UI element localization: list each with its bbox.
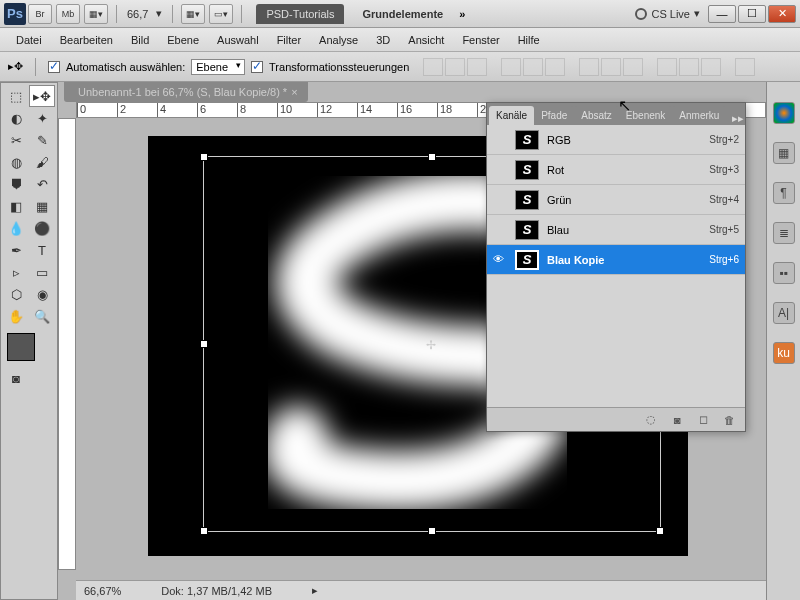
- ruler-vertical[interactable]: [58, 118, 76, 570]
- shape-tool[interactable]: ▭: [29, 261, 55, 283]
- type-tool[interactable]: T: [29, 239, 55, 261]
- heal-tool[interactable]: ◍: [3, 151, 29, 173]
- save-selection-icon[interactable]: ◙: [669, 412, 685, 428]
- color-swatch[interactable]: [7, 333, 35, 361]
- toolbox: ⬚▸✥ ◐✦ ✂✎ ◍🖌 ⛊↶ ◧▦ 💧⚫ ✒T ▹▭ ⬡◉ ✋🔍 ◙: [0, 82, 58, 600]
- menu-datei[interactable]: Datei: [8, 31, 50, 49]
- handle-bl[interactable]: [200, 527, 208, 535]
- layers-dock-icon[interactable]: ≣: [773, 222, 795, 244]
- menu-auswahl[interactable]: Auswahl: [209, 31, 267, 49]
- options-bar: ▸✥ Automatisch auswählen: Ebene Transfor…: [0, 52, 800, 82]
- eye-icon[interactable]: [493, 253, 507, 267]
- status-zoom[interactable]: 66,67%: [84, 585, 121, 597]
- bridge-button[interactable]: Br: [28, 4, 52, 24]
- menu-fenster[interactable]: Fenster: [454, 31, 507, 49]
- delete-channel-icon[interactable]: 🗑: [721, 412, 737, 428]
- eye-icon[interactable]: [493, 223, 507, 237]
- zoom-level[interactable]: 66,7: [127, 8, 148, 20]
- eraser-tool[interactable]: ◧: [3, 195, 29, 217]
- arrange-button[interactable]: ▦▾: [181, 4, 205, 24]
- tab-absatz[interactable]: Absatz: [574, 106, 619, 125]
- panel-expand-icon[interactable]: ▸▸: [726, 112, 745, 125]
- maximize-button[interactable]: ☐: [738, 5, 766, 23]
- channel-gruen[interactable]: SGrünStrg+4: [487, 185, 745, 215]
- load-selection-icon[interactable]: ◌: [643, 412, 659, 428]
- brush-tool[interactable]: 🖌: [29, 151, 55, 173]
- status-doc[interactable]: Dok: 1,37 MB/1,42 MB: [161, 585, 272, 597]
- channel-rot[interactable]: SRotStrg+3: [487, 155, 745, 185]
- wand-tool[interactable]: ✦: [29, 107, 55, 129]
- adjustments-dock-icon[interactable]: ▪▪: [773, 262, 795, 284]
- blur-tool[interactable]: 💧: [3, 217, 29, 239]
- handle-tm[interactable]: [428, 153, 436, 161]
- menubar: Datei Bearbeiten Bild Ebene Auswahl Filt…: [0, 28, 800, 52]
- character-dock-icon[interactable]: A|: [773, 302, 795, 324]
- marquee-tool[interactable]: ⬚: [3, 85, 29, 107]
- eyedropper-tool[interactable]: ✎: [29, 129, 55, 151]
- panel-tabs: Kanäle Pfade Absatz Ebenenk Anmerku ▸▸ ▤: [487, 103, 745, 125]
- menu-bild[interactable]: Bild: [123, 31, 157, 49]
- workspace-tab-psd[interactable]: PSD-Tutorials: [256, 4, 344, 24]
- 3d-tool[interactable]: ⬡: [3, 283, 29, 305]
- photoshop-icon: Ps: [4, 3, 26, 25]
- new-channel-icon[interactable]: ◻: [695, 412, 711, 428]
- gradient-tool[interactable]: ▦: [29, 195, 55, 217]
- close-button[interactable]: ✕: [768, 5, 796, 23]
- screenmode-button[interactable]: ▭▾: [209, 4, 233, 24]
- eye-icon[interactable]: [493, 133, 507, 147]
- tab-ebenenk[interactable]: Ebenenk: [619, 106, 672, 125]
- pen-tool[interactable]: ✒: [3, 239, 29, 261]
- handle-tl[interactable]: [200, 153, 208, 161]
- swatches-dock-icon[interactable]: ▦: [773, 142, 795, 164]
- layer-dropdown[interactable]: Ebene: [191, 59, 245, 75]
- crop-tool[interactable]: ✂: [3, 129, 29, 151]
- workspace-tab-grund[interactable]: Grundelemente: [352, 4, 453, 24]
- eye-icon[interactable]: [493, 163, 507, 177]
- transform-controls-label: Transformationssteuerungen: [269, 61, 409, 73]
- path-tool[interactable]: ▹: [3, 261, 29, 283]
- channel-blau-kopie[interactable]: SBlau KopieStrg+6: [487, 245, 745, 275]
- zoom-tool[interactable]: 🔍: [29, 305, 55, 327]
- handle-br[interactable]: [656, 527, 664, 535]
- tab-kanaele[interactable]: Kanäle: [489, 106, 534, 125]
- menu-bearbeiten[interactable]: Bearbeiten: [52, 31, 121, 49]
- align-btn[interactable]: [423, 58, 443, 76]
- document-tab[interactable]: Unbenannt-1 bei 66,7% (S, Blau Kopie/8) …: [64, 82, 308, 102]
- center-mark[interactable]: ✢: [426, 338, 438, 350]
- lasso-tool[interactable]: ◐: [3, 107, 29, 129]
- menu-hilfe[interactable]: Hilfe: [510, 31, 548, 49]
- history-tool[interactable]: ↶: [29, 173, 55, 195]
- kuler-dock-icon[interactable]: ku: [773, 342, 795, 364]
- view-extras-button[interactable]: ▦▾: [84, 4, 108, 24]
- menu-filter[interactable]: Filter: [269, 31, 309, 49]
- quickmask-tool[interactable]: ◙: [3, 367, 29, 389]
- paragraph-dock-icon[interactable]: ¶: [773, 182, 795, 204]
- auto-select-label: Automatisch auswählen:: [66, 61, 185, 73]
- channel-blau[interactable]: SBlauStrg+5: [487, 215, 745, 245]
- handle-bm[interactable]: [428, 527, 436, 535]
- cs-live[interactable]: CS Live▾: [635, 7, 700, 20]
- stamp-tool[interactable]: ⛊: [3, 173, 29, 195]
- minibridge-button[interactable]: Mb: [56, 4, 80, 24]
- color-dock-icon[interactable]: [773, 102, 795, 124]
- titlebar: Ps Br Mb ▦▾ 66,7▾ ▦▾ ▭▾ PSD-Tutorials Gr…: [0, 0, 800, 28]
- close-tab-icon[interactable]: ×: [291, 86, 297, 98]
- transform-controls-checkbox[interactable]: [251, 61, 263, 73]
- 3d-cam-tool[interactable]: ◉: [29, 283, 55, 305]
- minimize-button[interactable]: —: [708, 5, 736, 23]
- menu-analyse[interactable]: Analyse: [311, 31, 366, 49]
- right-dock: ▦ ¶ ≣ ▪▪ A| ku: [766, 82, 800, 600]
- eye-icon[interactable]: [493, 193, 507, 207]
- tab-pfade[interactable]: Pfade: [534, 106, 574, 125]
- menu-ebene[interactable]: Ebene: [159, 31, 207, 49]
- auto-select-checkbox[interactable]: [48, 61, 60, 73]
- channel-rgb[interactable]: SRGBStrg+2: [487, 125, 745, 155]
- move-tool[interactable]: ▸✥: [29, 85, 55, 107]
- handle-ml[interactable]: [200, 340, 208, 348]
- channels-panel: Kanäle Pfade Absatz Ebenenk Anmerku ▸▸ ▤…: [486, 102, 746, 432]
- tab-anmerk[interactable]: Anmerku: [672, 106, 726, 125]
- menu-3d[interactable]: 3D: [368, 31, 398, 49]
- menu-ansicht[interactable]: Ansicht: [400, 31, 452, 49]
- hand-tool[interactable]: ✋: [3, 305, 29, 327]
- dodge-tool[interactable]: ⚫: [29, 217, 55, 239]
